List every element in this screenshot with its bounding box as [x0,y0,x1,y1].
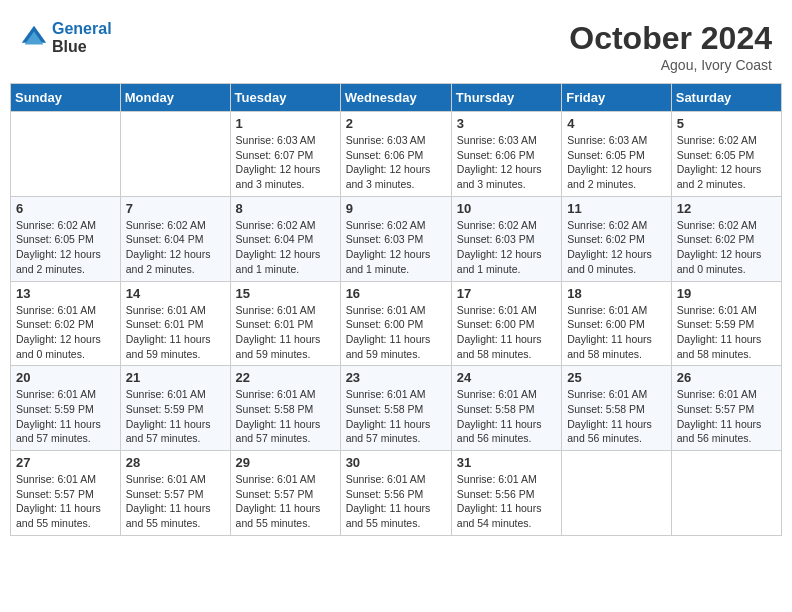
day-number: 20 [16,370,115,385]
weekday-header: Sunday [11,84,121,112]
calendar-cell: 20Sunrise: 6:01 AM Sunset: 5:59 PM Dayli… [11,366,121,451]
calendar-week-row: 6Sunrise: 6:02 AM Sunset: 6:05 PM Daylig… [11,196,782,281]
calendar-cell [11,112,121,197]
day-number: 30 [346,455,446,470]
cell-info: Sunrise: 6:01 AM Sunset: 6:00 PM Dayligh… [567,303,666,362]
calendar-cell: 3Sunrise: 6:03 AM Sunset: 6:06 PM Daylig… [451,112,561,197]
day-number: 1 [236,116,335,131]
cell-info: Sunrise: 6:03 AM Sunset: 6:06 PM Dayligh… [346,133,446,192]
calendar-table: SundayMondayTuesdayWednesdayThursdayFrid… [10,83,782,536]
calendar-cell: 14Sunrise: 6:01 AM Sunset: 6:01 PM Dayli… [120,281,230,366]
calendar-cell [671,451,781,536]
cell-info: Sunrise: 6:01 AM Sunset: 5:57 PM Dayligh… [16,472,115,531]
day-number: 19 [677,286,776,301]
calendar-header: SundayMondayTuesdayWednesdayThursdayFrid… [11,84,782,112]
title-block: October 2024 Agou, Ivory Coast [569,20,772,73]
day-number: 11 [567,201,666,216]
calendar-week-row: 20Sunrise: 6:01 AM Sunset: 5:59 PM Dayli… [11,366,782,451]
month-title: October 2024 [569,20,772,57]
day-number: 24 [457,370,556,385]
calendar-week-row: 13Sunrise: 6:01 AM Sunset: 6:02 PM Dayli… [11,281,782,366]
calendar-cell [562,451,672,536]
day-number: 28 [126,455,225,470]
calendar-week-row: 1Sunrise: 6:03 AM Sunset: 6:07 PM Daylig… [11,112,782,197]
calendar-cell: 22Sunrise: 6:01 AM Sunset: 5:58 PM Dayli… [230,366,340,451]
calendar-cell: 25Sunrise: 6:01 AM Sunset: 5:58 PM Dayli… [562,366,672,451]
cell-info: Sunrise: 6:02 AM Sunset: 6:03 PM Dayligh… [457,218,556,277]
calendar-cell: 30Sunrise: 6:01 AM Sunset: 5:56 PM Dayli… [340,451,451,536]
cell-info: Sunrise: 6:02 AM Sunset: 6:02 PM Dayligh… [677,218,776,277]
cell-info: Sunrise: 6:01 AM Sunset: 5:56 PM Dayligh… [346,472,446,531]
cell-info: Sunrise: 6:02 AM Sunset: 6:04 PM Dayligh… [236,218,335,277]
cell-info: Sunrise: 6:01 AM Sunset: 5:57 PM Dayligh… [677,387,776,446]
calendar-cell: 27Sunrise: 6:01 AM Sunset: 5:57 PM Dayli… [11,451,121,536]
cell-info: Sunrise: 6:01 AM Sunset: 5:59 PM Dayligh… [677,303,776,362]
calendar-cell: 21Sunrise: 6:01 AM Sunset: 5:59 PM Dayli… [120,366,230,451]
day-number: 4 [567,116,666,131]
day-number: 21 [126,370,225,385]
calendar-cell: 19Sunrise: 6:01 AM Sunset: 5:59 PM Dayli… [671,281,781,366]
day-number: 5 [677,116,776,131]
day-number: 12 [677,201,776,216]
day-number: 15 [236,286,335,301]
day-number: 13 [16,286,115,301]
cell-info: Sunrise: 6:02 AM Sunset: 6:05 PM Dayligh… [16,218,115,277]
calendar-cell: 2Sunrise: 6:03 AM Sunset: 6:06 PM Daylig… [340,112,451,197]
day-number: 10 [457,201,556,216]
day-number: 14 [126,286,225,301]
calendar-cell: 6Sunrise: 6:02 AM Sunset: 6:05 PM Daylig… [11,196,121,281]
cell-info: Sunrise: 6:01 AM Sunset: 5:58 PM Dayligh… [567,387,666,446]
calendar-cell: 31Sunrise: 6:01 AM Sunset: 5:56 PM Dayli… [451,451,561,536]
cell-info: Sunrise: 6:02 AM Sunset: 6:03 PM Dayligh… [346,218,446,277]
calendar-cell: 17Sunrise: 6:01 AM Sunset: 6:00 PM Dayli… [451,281,561,366]
calendar-cell: 15Sunrise: 6:01 AM Sunset: 6:01 PM Dayli… [230,281,340,366]
calendar-cell: 5Sunrise: 6:02 AM Sunset: 6:05 PM Daylig… [671,112,781,197]
cell-info: Sunrise: 6:02 AM Sunset: 6:05 PM Dayligh… [677,133,776,192]
day-number: 7 [126,201,225,216]
calendar-cell: 4Sunrise: 6:03 AM Sunset: 6:05 PM Daylig… [562,112,672,197]
weekday-header: Saturday [671,84,781,112]
day-number: 18 [567,286,666,301]
day-number: 29 [236,455,335,470]
day-number: 6 [16,201,115,216]
cell-info: Sunrise: 6:01 AM Sunset: 6:01 PM Dayligh… [126,303,225,362]
cell-info: Sunrise: 6:01 AM Sunset: 5:56 PM Dayligh… [457,472,556,531]
cell-info: Sunrise: 6:01 AM Sunset: 5:57 PM Dayligh… [126,472,225,531]
cell-info: Sunrise: 6:01 AM Sunset: 5:58 PM Dayligh… [236,387,335,446]
calendar-cell: 9Sunrise: 6:02 AM Sunset: 6:03 PM Daylig… [340,196,451,281]
day-number: 3 [457,116,556,131]
weekday-header: Tuesday [230,84,340,112]
day-number: 27 [16,455,115,470]
calendar-cell [120,112,230,197]
day-number: 2 [346,116,446,131]
calendar-cell: 24Sunrise: 6:01 AM Sunset: 5:58 PM Dayli… [451,366,561,451]
weekday-header: Monday [120,84,230,112]
day-number: 25 [567,370,666,385]
calendar-cell: 28Sunrise: 6:01 AM Sunset: 5:57 PM Dayli… [120,451,230,536]
header: General Blue October 2024 Agou, Ivory Co… [10,10,782,78]
cell-info: Sunrise: 6:01 AM Sunset: 6:00 PM Dayligh… [457,303,556,362]
day-number: 16 [346,286,446,301]
calendar-cell: 13Sunrise: 6:01 AM Sunset: 6:02 PM Dayli… [11,281,121,366]
calendar-cell: 12Sunrise: 6:02 AM Sunset: 6:02 PM Dayli… [671,196,781,281]
calendar-cell: 26Sunrise: 6:01 AM Sunset: 5:57 PM Dayli… [671,366,781,451]
calendar-cell: 18Sunrise: 6:01 AM Sunset: 6:00 PM Dayli… [562,281,672,366]
day-number: 26 [677,370,776,385]
weekday-header: Wednesday [340,84,451,112]
logo-text: General Blue [52,20,112,56]
cell-info: Sunrise: 6:02 AM Sunset: 6:04 PM Dayligh… [126,218,225,277]
calendar-cell: 11Sunrise: 6:02 AM Sunset: 6:02 PM Dayli… [562,196,672,281]
cell-info: Sunrise: 6:01 AM Sunset: 5:58 PM Dayligh… [457,387,556,446]
cell-info: Sunrise: 6:01 AM Sunset: 5:59 PM Dayligh… [126,387,225,446]
day-number: 31 [457,455,556,470]
cell-info: Sunrise: 6:01 AM Sunset: 6:00 PM Dayligh… [346,303,446,362]
cell-info: Sunrise: 6:02 AM Sunset: 6:02 PM Dayligh… [567,218,666,277]
calendar-cell: 1Sunrise: 6:03 AM Sunset: 6:07 PM Daylig… [230,112,340,197]
day-number: 22 [236,370,335,385]
cell-info: Sunrise: 6:03 AM Sunset: 6:05 PM Dayligh… [567,133,666,192]
calendar-cell: 29Sunrise: 6:01 AM Sunset: 5:57 PM Dayli… [230,451,340,536]
cell-info: Sunrise: 6:03 AM Sunset: 6:07 PM Dayligh… [236,133,335,192]
day-number: 17 [457,286,556,301]
day-number: 9 [346,201,446,216]
location: Agou, Ivory Coast [569,57,772,73]
